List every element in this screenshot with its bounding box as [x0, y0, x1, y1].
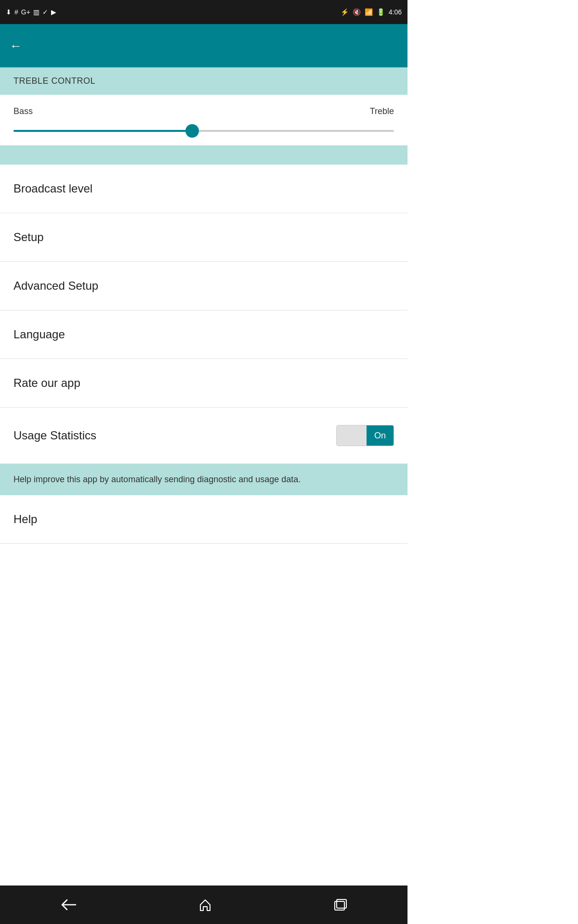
status-bar-right: ⚡ 🔇 📶 🔋 4:06	[341, 8, 402, 16]
hash-icon: #	[14, 8, 18, 16]
info-box-text: Help improve this app by automatically s…	[13, 475, 301, 484]
menu-item-setup[interactable]: Setup	[0, 213, 407, 262]
slider-track	[13, 130, 394, 132]
status-bar: ⬇ # G+ ▥ ✓ ▶ ⚡ 🔇 📶 🔋 4:06	[0, 0, 407, 24]
menu-item-rate-our-app[interactable]: Rate our app	[0, 359, 407, 408]
help-label: Help	[13, 513, 37, 526]
nav-back-button[interactable]	[60, 898, 78, 911]
menu-item-help[interactable]: Help	[0, 495, 407, 544]
treble-label: Treble	[370, 106, 394, 116]
teal-divider-band	[0, 145, 407, 165]
usage-statistics-toggle[interactable]: On	[336, 425, 394, 446]
toggle-off-area	[337, 425, 367, 446]
menu-item-advanced-setup[interactable]: Advanced Setup	[0, 262, 407, 310]
usage-statistics-label: Usage Statistics	[13, 429, 96, 442]
status-bar-left: ⬇ # G+ ▥ ✓ ▶	[6, 8, 56, 16]
slider-thumb[interactable]	[185, 124, 199, 138]
nav-home-button[interactable]	[197, 897, 213, 912]
broadcast-level-label: Broadcast level	[13, 182, 92, 195]
top-nav-bar	[0, 24, 407, 67]
menu-item-usage-statistics[interactable]: Usage Statistics On	[0, 408, 407, 464]
nav-recents-button[interactable]	[333, 898, 347, 912]
battery-icon: 🔋	[377, 8, 385, 16]
treble-control-title: TREBLE CONTROL	[13, 76, 95, 86]
setup-label: Setup	[13, 231, 44, 244]
treble-control-content: Bass Treble	[0, 95, 407, 145]
toggle-on-area: On	[367, 425, 394, 446]
treble-slider-container[interactable]	[13, 121, 394, 141]
menu-item-language[interactable]: Language	[0, 310, 407, 359]
menu-item-broadcast-level[interactable]: Broadcast level	[0, 165, 407, 213]
bluetooth-icon: ⚡	[341, 8, 349, 16]
bass-label: Bass	[13, 106, 33, 116]
wifi-icon: 📶	[365, 8, 373, 16]
rate-our-app-label: Rate our app	[13, 376, 80, 390]
back-button[interactable]	[10, 38, 22, 53]
mute-icon: 🔇	[353, 8, 361, 16]
youtube-icon: ▶	[51, 8, 56, 16]
language-label: Language	[13, 328, 65, 341]
bottom-nav-bar	[0, 886, 407, 924]
check-icon: ✓	[42, 8, 48, 16]
time-display: 4:06	[389, 8, 402, 16]
toggle-on-label: On	[374, 431, 386, 441]
bars-icon: ▥	[33, 8, 39, 16]
treble-control-section-header: TREBLE CONTROL	[0, 67, 407, 95]
bass-treble-labels: Bass Treble	[13, 106, 394, 116]
download-icon: ⬇	[6, 8, 12, 16]
google-plus-icon: G+	[21, 8, 30, 16]
usage-statistics-info-box: Help improve this app by automatically s…	[0, 464, 407, 495]
advanced-setup-label: Advanced Setup	[13, 279, 98, 293]
slider-fill	[13, 130, 192, 132]
